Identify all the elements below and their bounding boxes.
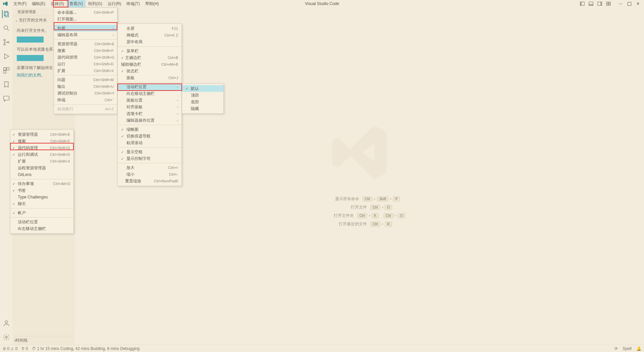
key: Ctrl	[370, 205, 380, 210]
ctx-item[interactable]: ✓资源管理器Ctrl+Shift+E	[10, 131, 73, 138]
menu-item[interactable]: 扩展Ctrl+Shift+X	[54, 67, 117, 74]
menu-item[interactable]: 资源管理器Ctrl+Shift+E	[54, 41, 117, 47]
menu-item[interactable]: 外观›	[54, 25, 117, 32]
svg-point-22	[5, 321, 7, 323]
menu-item[interactable]: 活动栏位置›	[118, 83, 181, 90]
menu-item[interactable]: ✓缩略图	[118, 126, 181, 133]
menu-item[interactable]: 隐藏	[182, 105, 223, 112]
menu-item[interactable]: 面板位置›	[118, 97, 181, 104]
ctx-item[interactable]: Type Challenges	[10, 194, 73, 200]
scm-icon[interactable]	[2, 38, 10, 46]
watermark-label: 显示所有命令	[319, 196, 359, 202]
ctx-item[interactable]: ✓书签	[10, 187, 73, 194]
menu-item[interactable]: 问题Ctrl+Shift+M	[54, 76, 117, 83]
menu-2[interactable]: 选择(S)	[48, 0, 67, 7]
menu-item[interactable]: 编辑器布局›	[54, 32, 117, 38]
ctx-item[interactable]: GitLens	[10, 171, 73, 178]
docs-link[interactable]: 阅我们的文档	[17, 73, 41, 77]
menu-item[interactable]: 命令面板...Ctrl+Shift+P	[54, 9, 117, 16]
customize-layout-icon[interactable]	[606, 1, 611, 6]
close-icon[interactable]: ✕	[635, 1, 641, 6]
svg-rect-9	[609, 4, 610, 5]
menu-item[interactable]: 顶部	[182, 92, 223, 99]
ctx-item[interactable]: 活动栏位置	[10, 219, 73, 225]
menu-item[interactable]: 选项卡栏›	[118, 110, 181, 117]
menu-item[interactable]: 全屏F11	[118, 25, 181, 32]
status-spell[interactable]: Spell	[623, 346, 632, 351]
menu-6[interactable]: 终端(T)	[124, 0, 142, 7]
menu-4[interactable]: 转到(G)	[86, 0, 105, 7]
clone-repo-button[interactable]	[17, 55, 44, 61]
key: Ctrl	[357, 213, 367, 218]
account-icon[interactable]	[2, 319, 10, 327]
ctx-item[interactable]: 向右移动主侧栏	[10, 225, 73, 232]
menu-item[interactable]: 放大Ctrl+=	[118, 164, 181, 171]
menu-item[interactable]: ✓默认	[182, 85, 223, 92]
menu-item[interactable]: 对齐面板›	[118, 104, 181, 110]
status-bell-icon[interactable]: 🔔	[636, 346, 641, 351]
menu-item[interactable]: 终端Ctrl+`	[54, 97, 117, 103]
ctx-item[interactable]: 远程资源管理器	[10, 165, 73, 171]
bookmark-icon[interactable]	[2, 80, 10, 89]
layout-secondary-icon[interactable]	[597, 1, 602, 6]
svg-point-17	[7, 42, 9, 43]
svg-point-15	[4, 39, 5, 41]
menu-item[interactable]: 重置缩放Ctrl+NumPad0	[118, 178, 181, 184]
menu-7[interactable]: 帮助(H)	[143, 0, 162, 7]
menu-item[interactable]: 调试控制台Ctrl+Shift+Y	[54, 90, 117, 97]
menu-1[interactable]: 编辑(E)	[29, 0, 48, 7]
status-sync-icon[interactable]: ⟳	[614, 346, 618, 351]
layout-primary-icon[interactable]	[580, 1, 585, 6]
learn-text: 若要详细了解如何在 VS	[17, 65, 59, 70]
maximize-icon[interactable]	[627, 1, 632, 6]
ctx-item[interactable]: ✓搜索Ctrl+Shift+F	[10, 138, 73, 144]
menu-item[interactable]: 运行Ctrl+Shift+D	[54, 61, 117, 67]
menu-item[interactable]: ✓状态栏	[118, 68, 181, 74]
key: R	[385, 222, 392, 227]
status-time-tracker[interactable]: ⏱ 1 hr 15 mins Coding, 42 mins Building,…	[32, 346, 140, 351]
menu-item[interactable]: 禅模式Ctrl+K Z	[118, 32, 181, 39]
ctx-item[interactable]: ✓运行和调试Ctrl+Shift+D	[10, 151, 73, 158]
menu-item[interactable]: 底部	[182, 99, 223, 105]
ctx-item[interactable]: ✓源代码管理Ctrl+Shift+G	[10, 144, 73, 151]
minimize-icon[interactable]: ─	[618, 1, 623, 6]
menu-item[interactable]: 编辑器操作位置›	[118, 117, 181, 124]
sidebar-timeline[interactable]: › 时间线	[13, 336, 75, 345]
ctx-item[interactable]: ✓聊天	[10, 200, 73, 207]
svg-rect-18	[4, 68, 6, 70]
extensions-icon[interactable]	[2, 66, 10, 74]
status-ports[interactable]: ⚲ 0	[21, 346, 28, 351]
menu-item[interactable]: 向右移动主侧栏	[118, 90, 181, 97]
layout-panel-icon[interactable]	[588, 1, 594, 6]
menu-item[interactable]: ✓显示空格	[118, 149, 181, 155]
menu-item[interactable]: ✓菜单栏	[118, 48, 181, 54]
menu-3[interactable]: 查看(V)	[67, 0, 86, 7]
explorer-icon[interactable]	[2, 10, 10, 18]
ctx-item[interactable]: ✓帐户	[10, 210, 73, 216]
menu-item[interactable]: 缩小Ctrl+-	[118, 171, 181, 178]
ctx-item[interactable]: ✓待办事项Ctrl+Alt+D	[10, 180, 73, 187]
menu-item[interactable]: 搜索Ctrl+Shift+F	[54, 47, 117, 54]
menu-item[interactable]: ✓显示控制字符	[118, 155, 181, 162]
menu-item[interactable]: 打开视图...	[54, 16, 117, 22]
menu-item[interactable]: 粘滞滚动	[118, 139, 181, 146]
run-icon[interactable]	[2, 52, 10, 60]
vscode-logo-icon	[2, 0, 9, 7]
menu-item[interactable]: 面板Ctrl+J	[118, 74, 181, 81]
menu-0[interactable]: 文件(F)	[11, 0, 29, 7]
ctx-item[interactable]: 扩展Ctrl+Shift+X	[10, 158, 73, 165]
menu-item[interactable]: 居中布局	[118, 39, 181, 45]
chat-icon[interactable]	[2, 95, 10, 103]
status-problems[interactable]: ⊘ 0 ⚠ 0	[3, 346, 17, 351]
menu-5[interactable]: 运行(R)	[105, 0, 124, 7]
gear-icon[interactable]	[2, 333, 10, 341]
search-icon[interactable]	[2, 24, 10, 32]
menu-item[interactable]: ✓主侧边栏Ctrl+B	[118, 54, 181, 61]
menu-item[interactable]: 源代码管理Ctrl+Shift+G	[54, 54, 117, 61]
menu-item[interactable]: ✓切换痕迹导航	[118, 133, 181, 139]
open-folder-button[interactable]	[17, 37, 44, 43]
titlebar: 文件(F)编辑(E)选择(S)查看(V)转到(G)运行(R)终端(T)帮助(H)…	[0, 0, 644, 7]
menu-item[interactable]: 辅助侧边栏Ctrl+Alt+B	[118, 61, 181, 68]
menu-item[interactable]: 输出Ctrl+Shift+U	[54, 83, 117, 90]
svg-point-16	[4, 44, 5, 45]
